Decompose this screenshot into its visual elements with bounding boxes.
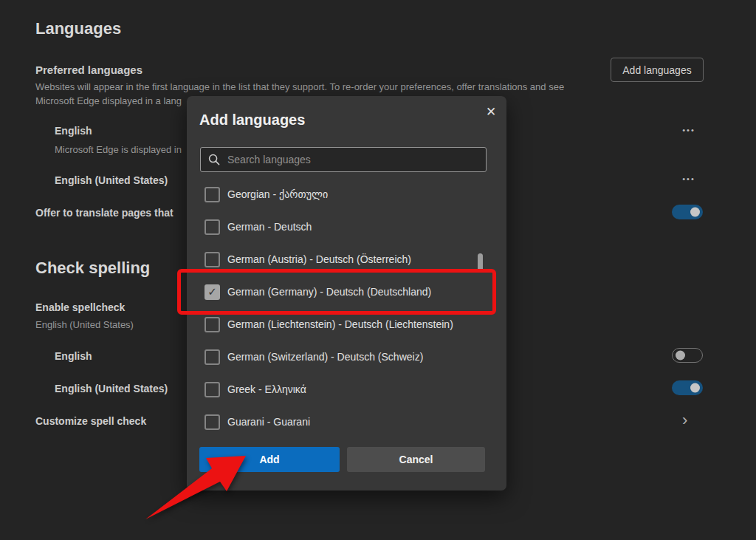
offer-translate-label: Offer to translate pages that [35, 207, 173, 219]
check-spelling-heading: Check spelling [35, 259, 150, 278]
more-options-icon[interactable]: ••• [679, 126, 698, 134]
language-checkbox[interactable]: ✓ [205, 414, 220, 430]
spellcheck-english-us-toggle[interactable] [672, 380, 703, 395]
scrollbar-thumb[interactable] [478, 253, 483, 273]
preferred-language-english-subtitle: Microsoft Edge is displayed in [55, 144, 182, 155]
add-languages-button[interactable]: Add languages [611, 58, 704, 82]
toggle-knob [676, 351, 685, 360]
checkmark-icon: ✓ [207, 285, 217, 298]
close-icon[interactable]: ✕ [481, 102, 501, 121]
offer-translate-toggle[interactable] [672, 205, 703, 219]
language-label: German (Liechtenstein) - Deutsch (Liecht… [227, 318, 453, 330]
language-label: German (Austria) - Deutsch (Österreich) [227, 253, 411, 265]
enable-spellcheck-sublabel: English (United States) [35, 319, 134, 330]
language-list-item[interactable]: ✓ German - Deutsch [187, 211, 506, 243]
language-checkbox[interactable]: ✓ [205, 187, 220, 202]
language-list-item[interactable]: ✓ German (Germany) - Deutsch (Deutschlan… [187, 276, 506, 308]
language-checkbox[interactable]: ✓ [205, 252, 220, 267]
spellcheck-language-english-us: English (United States) [55, 383, 168, 394]
dialog-title: Add languages [199, 112, 305, 129]
search-languages-box[interactable] [200, 147, 487, 172]
page-title: Languages [35, 19, 121, 38]
language-checkbox[interactable]: ✓ [205, 219, 220, 235]
enable-spellcheck-label: Enable spellcheck [35, 301, 125, 313]
language-list-item[interactable]: ✓ Greek - Ελληνικά [187, 373, 506, 406]
add-languages-dialog: Add languages ✕ ✓ Georgian - ქართული ✓ G… [187, 96, 506, 491]
language-label: Greek - Ελληνικά [227, 383, 306, 395]
cancel-button[interactable]: Cancel [347, 447, 485, 472]
language-label: German (Germany) - Deutsch (Deutschland) [227, 286, 431, 298]
preferred-languages-heading: Preferred languages [35, 64, 142, 76]
preferred-languages-description-line1: Websites will appear in the first langua… [35, 81, 564, 92]
language-list-item[interactable]: ✓ Georgian - ქართული [187, 178, 506, 211]
add-button[interactable]: Add [199, 447, 340, 472]
preferred-language-english-us: English (United States) [55, 174, 168, 186]
language-label: Georgian - ქართული [227, 188, 328, 200]
language-checkbox[interactable]: ✓ [205, 284, 220, 300]
customize-spellcheck-label: Customize spell check [35, 415, 146, 427]
more-options-icon[interactable]: ••• [679, 174, 698, 183]
language-label: German - Deutsch [227, 221, 312, 233]
language-list-item[interactable]: ✓ Guarani - Guarani [187, 406, 506, 438]
language-list-item[interactable]: ✓ German (Austria) - Deutsch (Österreich… [187, 243, 506, 276]
language-list-item[interactable]: ✓ German (Liechtenstein) - Deutsch (Liec… [187, 308, 506, 341]
preferred-languages-description-line2: Microsoft Edge displayed in a lang [35, 95, 182, 106]
preferred-language-english: English [55, 125, 92, 137]
toggle-knob [690, 208, 700, 217]
chevron-right-icon[interactable]: › [682, 414, 687, 427]
language-label: Guarani - Guarani [227, 416, 310, 428]
language-checkbox[interactable]: ✓ [205, 382, 220, 397]
language-checkbox[interactable]: ✓ [205, 349, 220, 365]
language-label: German (Switzerland) - Deutsch (Schweiz) [227, 351, 423, 363]
language-list: ✓ Georgian - ქართული ✓ German - Deutsch … [187, 178, 506, 438]
search-languages-input[interactable] [227, 154, 478, 165]
language-checkbox[interactable]: ✓ [205, 317, 220, 332]
spellcheck-english-toggle[interactable] [672, 348, 703, 363]
toggle-knob [690, 383, 700, 393]
spellcheck-language-english: English [55, 350, 92, 362]
search-icon [208, 154, 220, 165]
language-list-item[interactable]: ✓ German (Switzerland) - Deutsch (Schwei… [187, 341, 506, 373]
